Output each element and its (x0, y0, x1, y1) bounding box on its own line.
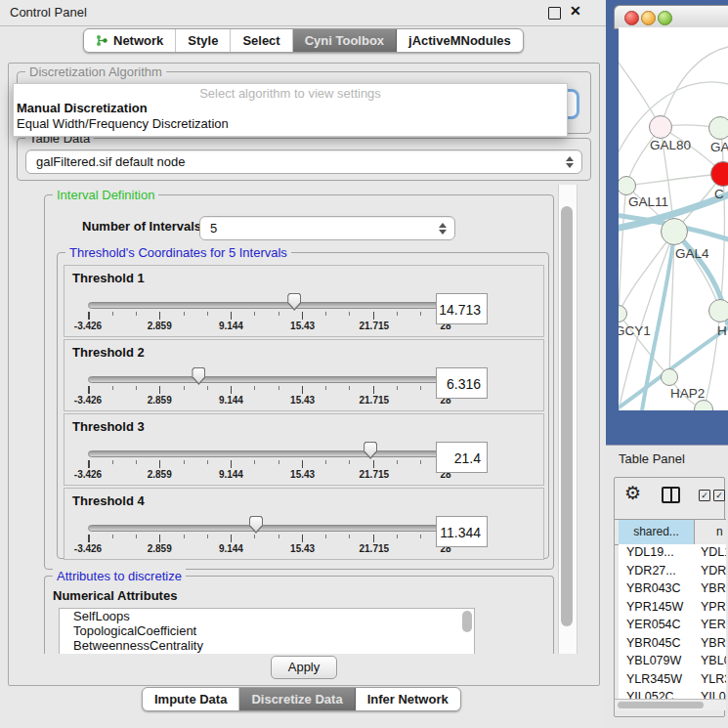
checkbox-checked-icon[interactable]: ✓ (713, 490, 725, 501)
tick-label: -3.426 (74, 469, 102, 480)
tab-network[interactable]: Network (84, 29, 176, 52)
table-row[interactable]: YDL19... YDL1 (619, 544, 726, 563)
table-row[interactable]: YER054C YER0 (619, 617, 726, 635)
table-panel-region: Table Panel ⚙ ✓ ✓ shared... n YDL19... Y… (606, 445, 728, 728)
checkbox-checked-icon[interactable]: ✓ (699, 490, 710, 501)
tick-label: 2.859 (148, 395, 172, 406)
cell-shared-name: YBR043C (626, 581, 681, 595)
slider-ticks (88, 386, 446, 394)
column-header-name[interactable]: n (716, 520, 723, 544)
apply-button[interactable]: Apply (271, 656, 337, 679)
tick-label: -3.426 (74, 321, 102, 331)
network-node-label: GAL11 (628, 194, 668, 209)
minimize-traffic-light-icon[interactable] (641, 11, 656, 25)
hscrollbar-thumb[interactable] (618, 702, 704, 708)
table-panel: ⚙ ✓ ✓ shared... n YDL19... YDL1 YDR27...… (614, 477, 725, 717)
threshold-value-field[interactable]: 14.713 (436, 293, 488, 324)
split-columns-icon[interactable] (662, 487, 680, 503)
cell-name: YER0 (701, 618, 726, 631)
slider-tick-labels: -3.4262.8599.14415.4321.71528 (88, 395, 446, 407)
stepper-arrows-icon (439, 223, 447, 235)
network-node[interactable] (661, 368, 678, 386)
tab-style[interactable]: Style (176, 29, 231, 52)
tick-label: 9.144 (219, 543, 243, 554)
table-row[interactable]: YBL079W YBL0 (619, 653, 726, 671)
threshold-row: Threshold 4 -3.4262.8599.14415.4321.7152… (64, 488, 544, 560)
slider-track[interactable] (88, 450, 448, 457)
table-panel-title: Table Panel (619, 451, 685, 466)
attribute-list-item[interactable]: SelfLoops (60, 609, 474, 623)
number-of-intervals-select[interactable]: 5 (199, 216, 455, 240)
slider-track[interactable] (88, 302, 448, 309)
network-canvas[interactable]: GAL80GACGAL11GAL4GCY1HHAP2 (619, 27, 728, 410)
algorithm-option[interactable]: Manual Discretization (17, 101, 564, 116)
table-row[interactable]: YPR145W YPR1 (619, 599, 726, 618)
tab-infer-network-label: Infer Network (367, 688, 449, 710)
tab-cyni-toolbox[interactable]: Cyni Toolbox (293, 29, 397, 52)
column-header-shared-name[interactable]: shared... (619, 520, 695, 544)
tick-label: 15.43 (290, 469, 315, 480)
network-node[interactable] (661, 218, 688, 245)
slider-track[interactable] (88, 525, 448, 532)
network-node[interactable] (708, 299, 728, 322)
threshold-value-field[interactable]: 21.4 (436, 442, 488, 473)
close-traffic-light-icon[interactable] (624, 11, 639, 25)
table-row[interactable]: YDR27... YDR2 (619, 563, 726, 581)
tab-jactivemnodules[interactable]: jActiveMNodules (397, 29, 523, 52)
tab-select[interactable]: Select (231, 29, 292, 52)
cell-shared-name: YER054C (626, 618, 681, 631)
cell-shared-name: YDR27... (626, 564, 676, 578)
network-window-titlebar[interactable] (614, 5, 728, 29)
tab-impute-data[interactable]: Impute Data (143, 688, 239, 710)
vertical-scrollbar[interactable] (558, 185, 578, 654)
table-row[interactable]: YBR043C YBR0 (619, 580, 726, 599)
numerical-attributes-label: Numerical Attributes (53, 588, 177, 603)
tick-label: 21.715 (360, 543, 390, 554)
tab-select-label: Select (242, 29, 279, 52)
algorithm-option[interactable]: Equal Width/Frequency Discretization (17, 116, 564, 132)
threshold-value-field[interactable]: 11.344 (436, 516, 488, 547)
table-data-select[interactable]: galFiltered.sif default node (25, 150, 582, 174)
tick-label: -3.426 (74, 395, 102, 406)
table-row[interactable]: YIL052C YIL0 (619, 689, 726, 699)
slider-ticks (88, 460, 446, 468)
table-row[interactable]: YLR345W YLR3 (619, 671, 726, 690)
cyni-toolbox-content: Discretization Algorithm Select algorith… (8, 63, 600, 686)
tick-label: 2.859 (148, 469, 172, 480)
network-node[interactable] (649, 115, 672, 139)
algorithm-options: Manual DiscretizationEqual Width/Frequen… (17, 101, 564, 132)
network-node-label: GAL4 (675, 246, 709, 261)
algorithm-placeholder: Select algorithm to view settings (14, 86, 567, 101)
list-scrollbar[interactable] (462, 611, 472, 632)
zoom-traffic-light-icon[interactable] (658, 11, 672, 25)
gear-icon[interactable]: ⚙ (624, 482, 641, 504)
network-node-label: C (714, 187, 724, 201)
network-node-label: GA (710, 140, 728, 154)
threshold-row: Threshold 1 -3.4262.8599.14415.4321.7152… (64, 265, 544, 337)
threshold-slider: -3.4262.8599.14415.4321.71528 (88, 266, 446, 336)
cell-name: YPR1 (701, 600, 726, 614)
tab-discretize-data[interactable]: Discretize Data (239, 688, 355, 710)
interval-definition-group: Interval Definition Number of Intervals … (44, 194, 554, 570)
slider-track[interactable] (88, 376, 448, 383)
attribute-list-item[interactable]: TopologicalCoefficient (60, 623, 474, 638)
threshold-row: Threshold 2 -3.4262.8599.14415.4321.7152… (64, 339, 544, 411)
attribute-list-item[interactable]: BetweennessCentrality (60, 638, 474, 653)
tick-label: 15.43 (290, 321, 315, 331)
threshold-value-field[interactable]: 6.316 (436, 367, 488, 399)
close-icon[interactable]: ✕ (570, 3, 581, 19)
scrollbar-thumb[interactable] (561, 206, 573, 626)
slider-tick-labels: -3.4262.8599.14415.4321.71528 (88, 543, 446, 555)
network-node[interactable] (708, 116, 728, 140)
tick-label: 9.144 (219, 321, 243, 331)
table-body: YDL19... YDL1 YDR27... YDR2 YBR043C YBR0… (619, 544, 726, 699)
cell-shared-name: YDL19... (626, 545, 674, 559)
number-of-intervals-value: 5 (210, 217, 217, 239)
horizontal-scrollbar[interactable] (615, 699, 726, 710)
tab-infer-network[interactable]: Infer Network (356, 688, 460, 710)
discretization-algorithm-group-title: Discretization Algorithm (25, 64, 166, 79)
cell-shared-name: YBR045C (626, 636, 681, 650)
float-window-icon[interactable] (548, 7, 561, 20)
table-row[interactable]: YBR045C YBR0 (619, 635, 726, 654)
numerical-attributes-list[interactable]: SelfLoopsTopologicalCoefficientBetweenne… (59, 608, 475, 654)
